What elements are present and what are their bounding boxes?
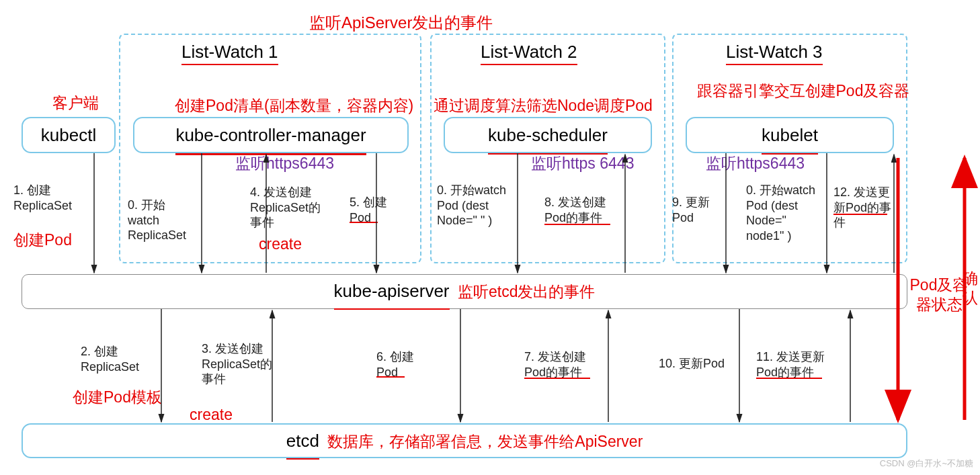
annot-create2: create [190, 406, 233, 424]
title-top: 监听ApiServer发出的事件 [309, 12, 493, 34]
step-8: 8. 发送创建Pod的事件 [544, 195, 618, 225]
annot-create1: create [259, 235, 302, 253]
listwatch-1-label: List-Watch 1 [181, 42, 278, 65]
kubectl-box: kubectl [22, 117, 116, 153]
step-0b: 0. 开始watch Pod (dest Node=" " ) [437, 183, 511, 228]
kcm-box: kube-controller-manager [133, 117, 409, 153]
listwatch-2-label: List-Watch 2 [481, 42, 577, 65]
step-2: 2. 创建ReplicaSet [81, 344, 155, 374]
step11-underline [756, 378, 822, 379]
kubelet-desc: 跟容器引擎交互创建Pod及容器 [696, 82, 911, 101]
step-0a: 0. 开始watch ReplicaSet [128, 198, 195, 243]
kubelet-box: kubelet [686, 117, 894, 153]
step-7: 7. 发送创建Pod的事件 [524, 349, 598, 380]
side-pod-status: Pod及容器状态 [909, 275, 969, 314]
step-9: 9. 更新Pod [672, 195, 726, 225]
step-6: 6. 创建Pod [376, 349, 430, 380]
step12-underline [833, 214, 887, 215]
step-3: 3. 发送创建ReplicaSet的事件 [202, 341, 282, 387]
step-0c: 0. 开始watch Pod (dest Node=" node1" ) [746, 183, 820, 243]
watermark: CSDN @白开水~不加糖 [880, 458, 973, 470]
listen-1: 监听https6443 [235, 153, 334, 174]
listwatch-3-label: List-Watch 3 [726, 42, 823, 65]
annot-tpl: 创建Pod模板 [73, 387, 162, 408]
diagram-root: 监听ApiServer发出的事件 List-Watch 1 List-Watch… [0, 0, 980, 475]
step8-underline [544, 224, 610, 225]
apiserver-box: kube-apiserver 监听etcd发出的事件 [22, 274, 907, 309]
step-4: 4. 发送创建ReplicaSet的事件 [250, 185, 331, 230]
step-12: 12. 发送更新Pod的事件 [833, 185, 894, 230]
step-10: 10. 更新Pod [659, 356, 733, 372]
side-confirm: 确认 [963, 269, 979, 308]
step6-underline [376, 376, 405, 378]
annot-createpod-top: 创建Pod [13, 230, 72, 251]
step7-underline [524, 378, 590, 379]
listen-2: 监听https 6443 [531, 153, 634, 174]
step-11: 11. 发送更新Pod的事件 [756, 349, 837, 380]
step5-underline [350, 222, 378, 223]
listen-3: 监听https6443 [706, 153, 805, 174]
kcm-desc: 创建Pod清单(副本数量，容器内容) [175, 95, 413, 116]
etcd-box: etcd 数据库，存储部署信息，发送事件给ApiServer [22, 423, 907, 458]
scheduler-box: kube-scheduler [444, 117, 652, 153]
step-1: 1. 创建ReplicaSet [13, 183, 81, 213]
client-label: 客户端 [52, 93, 99, 114]
scheduler-desc: 通过调度算法筛选Node调度Pod [434, 95, 653, 116]
